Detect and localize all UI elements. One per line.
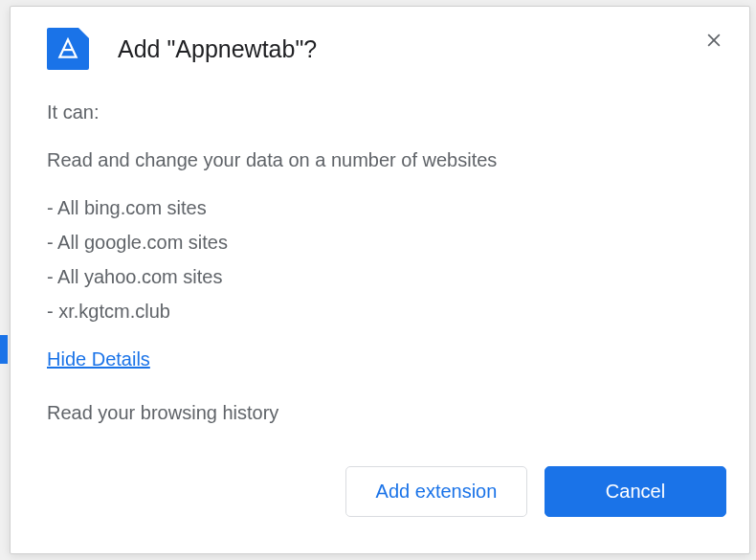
close-button[interactable] <box>701 28 726 53</box>
extension-install-dialog: Add "Appnewtab"? It can: Read and change… <box>10 6 750 554</box>
add-extension-button[interactable]: Add extension <box>345 466 527 517</box>
dialog-body: It can: Read and change your data on a n… <box>11 79 749 455</box>
dialog-header: Add "Appnewtab"? <box>11 7 749 79</box>
extension-icon <box>47 28 89 70</box>
permission-description: Read and change your data on a number of… <box>47 145 713 175</box>
permissions-intro: It can: <box>47 97 713 127</box>
list-item: - All yahoo.com sites <box>47 261 713 292</box>
left-edge-indicator <box>0 335 8 364</box>
list-item: - All bing.com sites <box>47 192 713 223</box>
cancel-button[interactable]: Cancel <box>545 466 726 517</box>
dialog-footer: Add extension Cancel <box>11 455 749 540</box>
list-item: - All google.com sites <box>47 227 713 258</box>
history-permission: Read your browsing history <box>47 397 713 428</box>
close-icon <box>704 31 723 50</box>
dialog-title: Add "Appnewtab"? <box>118 35 317 63</box>
list-item: - xr.kgtcm.club <box>47 296 713 326</box>
sites-list: - All bing.com sites - All google.com si… <box>47 192 713 326</box>
hide-details-link[interactable]: Hide Details <box>47 344 150 374</box>
